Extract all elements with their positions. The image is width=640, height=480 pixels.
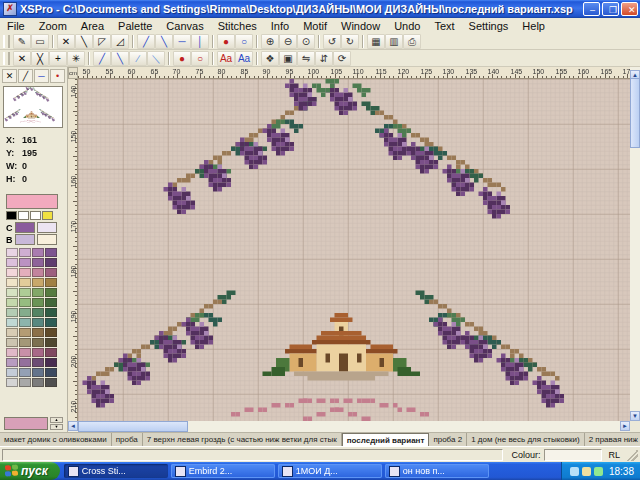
- palette-swatch[interactable]: [6, 258, 18, 267]
- backstitch-ne-tool-button[interactable]: ╱: [137, 34, 155, 49]
- palette-swatch[interactable]: [32, 358, 44, 367]
- menu-item-canvas[interactable]: Canvas: [159, 19, 210, 33]
- palette-swatch[interactable]: [45, 368, 57, 377]
- palette-swatch[interactable]: [19, 248, 31, 257]
- scroll-down-button[interactable]: ▼: [630, 411, 640, 421]
- colour-b-swatch-2[interactable]: [37, 234, 57, 245]
- design-canvas[interactable]: [78, 79, 630, 421]
- palette-swatch[interactable]: [19, 298, 31, 307]
- tray-volume-icon[interactable]: [582, 467, 591, 476]
- grid-toggle-button[interactable]: ▦: [367, 34, 385, 49]
- stitch-cross-button[interactable]: ✕: [13, 51, 31, 66]
- flip-horizontal-button[interactable]: ⇋: [297, 51, 315, 66]
- scroll-right-button[interactable]: ►: [620, 421, 630, 431]
- maximize-button[interactable]: ❐: [602, 2, 619, 16]
- mini-half-stitch-button[interactable]: ╱: [18, 69, 33, 83]
- palette-swatch[interactable]: [45, 318, 57, 327]
- palette-scroll-down[interactable]: ▼: [50, 424, 63, 430]
- mini-knot-button[interactable]: •: [50, 69, 65, 83]
- menu-item-file[interactable]: File: [0, 19, 32, 33]
- pattern-tab[interactable]: 2 правая ниж гр: [585, 433, 640, 447]
- select-tool-button[interactable]: ▭: [31, 34, 49, 49]
- palette-swatch[interactable]: [32, 308, 44, 317]
- palette-swatch[interactable]: [45, 288, 57, 297]
- mini-backstitch-button[interactable]: ─: [34, 69, 49, 83]
- pencil-tool-button[interactable]: ✎: [13, 34, 31, 49]
- colour-c-swatch-1[interactable]: [15, 222, 35, 233]
- task-button[interactable]: он нов п...: [385, 464, 489, 478]
- mini-full-stitch-button[interactable]: ✕: [2, 69, 17, 83]
- palette-swatch[interactable]: [6, 358, 18, 367]
- backstitch-thick-button[interactable]: ╲: [111, 51, 129, 66]
- palette-swatch[interactable]: [19, 278, 31, 287]
- menu-item-settings[interactable]: Settings: [462, 19, 516, 33]
- palette-swatch[interactable]: [19, 378, 31, 387]
- basic-colour-swatch[interactable]: [6, 211, 17, 220]
- pattern-tab[interactable]: проба: [112, 433, 143, 447]
- basic-colour-swatch[interactable]: [42, 211, 53, 220]
- text-red-tool-button[interactable]: Aa: [217, 51, 235, 66]
- palette-swatch[interactable]: [19, 258, 31, 267]
- pattern-tab[interactable]: 1 дом (не весь для стыковки): [467, 433, 585, 447]
- palette-swatch[interactable]: [19, 308, 31, 317]
- taskbar-clock[interactable]: 18:38: [609, 466, 634, 477]
- print-button[interactable]: ⎙: [403, 34, 421, 49]
- palette-swatch[interactable]: [6, 378, 18, 387]
- knot-open-button[interactable]: ○: [191, 51, 209, 66]
- palette-swatch[interactable]: [32, 318, 44, 327]
- menu-item-info[interactable]: Info: [264, 19, 296, 33]
- palette-swatch[interactable]: [6, 268, 18, 277]
- zoom-out-button[interactable]: ⊖: [279, 34, 297, 49]
- pattern-tab[interactable]: проба 2: [429, 433, 467, 447]
- backstitch-thin-button[interactable]: ╱: [93, 51, 111, 66]
- three-quarter-stitch-tool-button[interactable]: ◿: [111, 34, 129, 49]
- zoom-fit-button[interactable]: ⊙: [297, 34, 315, 49]
- palette-swatch[interactable]: [32, 268, 44, 277]
- vertical-scroll-thumb[interactable]: [630, 78, 640, 148]
- palette-swatch[interactable]: [32, 278, 44, 287]
- palette-swatch[interactable]: [6, 248, 18, 257]
- palette-swatch[interactable]: [45, 328, 57, 337]
- knot-filled-button[interactable]: ●: [173, 51, 191, 66]
- stitch-star-button[interactable]: ✳: [67, 51, 85, 66]
- french-knot-tool-button[interactable]: ●: [217, 34, 235, 49]
- palette-swatch[interactable]: [6, 308, 18, 317]
- palette-swatch[interactable]: [6, 318, 18, 327]
- text-blue-tool-button[interactable]: Aa: [235, 51, 253, 66]
- palette-swatch[interactable]: [19, 318, 31, 327]
- palette-swatch[interactable]: [19, 288, 31, 297]
- palette-swatch[interactable]: [6, 298, 18, 307]
- redo-button[interactable]: ↻: [341, 34, 359, 49]
- start-button[interactable]: пуск: [0, 462, 60, 480]
- menu-item-window[interactable]: Window: [334, 19, 387, 33]
- horizontal-scrollbar[interactable]: ◄ ►: [68, 421, 630, 432]
- basic-colour-swatch[interactable]: [18, 211, 29, 220]
- motif-frame-button[interactable]: ▣: [279, 51, 297, 66]
- menu-item-help[interactable]: Help: [515, 19, 552, 33]
- backstitch-v-tool-button[interactable]: │: [191, 34, 209, 49]
- stitch-double-button[interactable]: ╳: [31, 51, 49, 66]
- backstitch-light-button[interactable]: ∕: [129, 51, 147, 66]
- palette-swatch[interactable]: [32, 288, 44, 297]
- backstitch-nw-tool-button[interactable]: ╲: [155, 34, 173, 49]
- pattern-tab[interactable]: 7 верхн левая гроздь (с частью ниж ветки…: [143, 433, 342, 447]
- menu-item-palette[interactable]: Palette: [111, 19, 159, 33]
- backstitch-h-tool-button[interactable]: ─: [173, 34, 191, 49]
- palette-swatch[interactable]: [45, 258, 57, 267]
- task-button[interactable]: Cross Sti...: [64, 464, 168, 478]
- backstitch-long-button[interactable]: ＼: [147, 51, 165, 66]
- menu-item-text[interactable]: Text: [427, 19, 461, 33]
- menu-item-zoom[interactable]: Zoom: [32, 19, 74, 33]
- rotate-button[interactable]: ⟳: [333, 51, 351, 66]
- tray-display-icon[interactable]: [570, 467, 579, 476]
- task-button[interactable]: 1МОИ Д...: [278, 464, 382, 478]
- ruler-toggle-button[interactable]: ▥: [385, 34, 403, 49]
- task-button[interactable]: Embird 2...: [171, 464, 275, 478]
- palette-swatch[interactable]: [45, 348, 57, 357]
- minimize-button[interactable]: –: [583, 2, 600, 16]
- menu-item-undo[interactable]: Undo: [387, 19, 427, 33]
- resize-grip[interactable]: [626, 449, 638, 461]
- tray-antivirus-icon[interactable]: [594, 467, 603, 476]
- zoom-in-button[interactable]: ⊕: [261, 34, 279, 49]
- pattern-preview[interactable]: [3, 86, 63, 128]
